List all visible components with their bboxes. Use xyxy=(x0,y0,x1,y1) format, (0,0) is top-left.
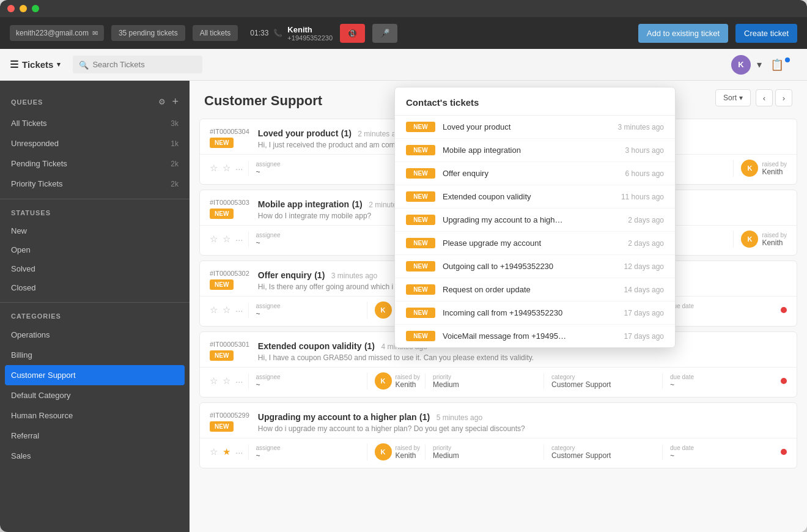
tickets-nav-button[interactable]: ☰ Tickets ▾ xyxy=(10,59,61,70)
ticket-actions-2: ☆ ☆ ··· xyxy=(210,305,243,316)
menu-icon: ☰ xyxy=(10,59,18,70)
sidebar-item-open[interactable]: Open xyxy=(0,240,190,259)
sidebar-item-customer-support[interactable]: Customer Support xyxy=(5,365,185,385)
avatar[interactable]: K xyxy=(731,55,751,75)
sidebar-item-new[interactable]: New xyxy=(0,221,190,240)
email-badge[interactable]: kenith223@gmail.com ✉ xyxy=(10,25,104,41)
maximize-button[interactable] xyxy=(32,5,39,12)
main-layout: QUEUES ⚙ + All Tickets 3k Unresponded 1k… xyxy=(0,81,807,532)
call-info: 01:33 📞 Kenith +19495352230 xyxy=(250,25,333,42)
more-icon-4[interactable]: ··· xyxy=(235,447,243,457)
dropdown-item-3[interactable]: NEW Extended coupon validity 11 hours ag… xyxy=(395,185,675,209)
dropdown-title-0: Loved your product xyxy=(443,122,602,131)
sidebar-item-priority-tickets[interactable]: Priority Tickets 2k xyxy=(0,174,190,194)
dropdown-item-7[interactable]: NEW Request on order update 14 days ago xyxy=(395,278,675,301)
more-icon-0[interactable]: ··· xyxy=(235,163,243,174)
sidebar-item-solved[interactable]: Solved xyxy=(0,259,190,278)
sidebar-item-sales[interactable]: Sales xyxy=(0,446,190,466)
sidebar-item-unresponded[interactable]: Unresponded 1k xyxy=(0,133,190,153)
search-input[interactable] xyxy=(73,56,202,73)
prev-page-button[interactable]: ‹ xyxy=(756,89,773,106)
nav-right: K ▾ 📋 xyxy=(731,55,797,75)
dropdown-badge-8: NEW xyxy=(406,308,435,318)
dropdown-time-8: 17 days ago xyxy=(609,309,664,317)
search-icon: 🔍 xyxy=(79,60,89,69)
contacts-dropdown: Contact's tickets NEW Loved your product… xyxy=(394,87,676,348)
star-fill-icon-0[interactable]: ☆ xyxy=(223,163,230,174)
meta-due-3: due date ~ xyxy=(662,374,776,389)
star-fill-icon-3[interactable]: ☆ xyxy=(223,375,230,386)
ticket-card-4[interactable]: #IT00005299 NEW Upgrading my account to … xyxy=(199,402,797,468)
dropdown-badge-1: NEW xyxy=(406,145,435,155)
create-ticket-button[interactable]: Create ticket xyxy=(735,24,797,43)
dropdown-item-0[interactable]: NEW Loved your product 3 minutes ago xyxy=(395,116,675,139)
sidebar-item-human-resource[interactable]: Human Resource xyxy=(0,405,190,426)
dropdown-time-2: 6 hours ago xyxy=(609,169,664,178)
avatar-4: K xyxy=(375,443,392,460)
star-fill-icon-2[interactable]: ☆ xyxy=(223,305,230,316)
minimize-button[interactable] xyxy=(20,5,27,12)
ticket-actions-4: ☆ ★ ··· xyxy=(210,446,243,457)
sidebar-item-operations[interactable]: Operations xyxy=(0,325,190,345)
search-wrapper: 🔍 xyxy=(73,56,317,73)
microphone-button[interactable]: 🎤 xyxy=(372,24,397,43)
star-icon-0[interactable]: ☆ xyxy=(210,163,218,174)
ticket-title-4: Upgrading my account to a higher plan xyxy=(258,412,417,422)
avatar-0: K xyxy=(741,160,758,177)
queues-settings-icon[interactable]: ⚙ xyxy=(158,97,166,106)
ticket-card-top-4: #IT00005299 NEW Upgrading my account to … xyxy=(200,403,797,438)
star-icon-4[interactable]: ☆ xyxy=(210,446,218,457)
ticket-main-4: Upgrading my account to a higher plan (1… xyxy=(258,412,787,433)
dropdown-item-9[interactable]: NEW VoiceMail message from +19495… 17 da… xyxy=(395,325,675,347)
ticket-id-4: #IT00005299 xyxy=(210,412,249,419)
ticket-status-3: NEW xyxy=(210,350,234,361)
more-icon-3[interactable]: ··· xyxy=(235,376,243,386)
add-queue-button[interactable]: + xyxy=(172,95,179,108)
more-icon-2[interactable]: ··· xyxy=(235,305,243,316)
sidebar-item-closed[interactable]: Closed xyxy=(0,278,190,297)
phone-icon: 📞 xyxy=(273,29,282,37)
close-button[interactable] xyxy=(7,5,15,12)
meta-due-4: due date ~ xyxy=(662,445,776,460)
dropdown-badge-2: NEW xyxy=(406,168,435,179)
star-filled-icon-4[interactable]: ★ xyxy=(223,446,230,457)
star-icon-3[interactable]: ☆ xyxy=(210,375,218,386)
statuses-section-header: STATUSES xyxy=(0,204,190,221)
meta-priority-4: priority Medium xyxy=(425,445,539,460)
sidebar-item-default-category[interactable]: Default Category xyxy=(0,385,190,405)
sidebar-item-referral[interactable]: Referral xyxy=(0,426,190,446)
top-bar: kenith223@gmail.com ✉ 35 pending tickets… xyxy=(0,17,807,49)
more-icon-1[interactable]: ··· xyxy=(235,234,243,245)
dropdown-item-4[interactable]: NEW Upgrading my account to a high… 2 da… xyxy=(395,209,675,232)
pending-tickets-badge[interactable]: 35 pending tickets xyxy=(111,25,185,41)
dropdown-item-5[interactable]: NEW Please upgrade my account 2 days ago xyxy=(395,232,675,255)
next-page-button[interactable]: › xyxy=(775,89,792,106)
email-text: kenith223@gmail.com xyxy=(16,29,89,37)
notes-button[interactable]: 📋 xyxy=(768,56,786,74)
avatar-3: K xyxy=(375,372,392,390)
dropdown-title-6: Outgoing call to +19495352230 xyxy=(443,262,602,271)
add-existing-ticket-button[interactable]: Add to existing ticket xyxy=(638,24,728,43)
nav-bar: ☰ Tickets ▾ 🔍 K ▾ 📋 xyxy=(0,49,807,81)
sidebar-item-pending-tickets[interactable]: Pending Tickets 2k xyxy=(0,153,190,174)
sidebar-item-billing[interactable]: Billing xyxy=(0,345,190,365)
dropdown-title-7: Request on order update xyxy=(443,285,602,294)
dropdown-item-1[interactable]: NEW Mobile app integration 3 hours ago xyxy=(395,139,675,162)
dropdown-item-2[interactable]: NEW Offer enquiry 6 hours ago xyxy=(395,162,675,185)
ticket-count-4: (1) xyxy=(419,412,430,422)
avatar-2: K xyxy=(375,301,392,319)
content-area: Customer Support Sort ▾ ‹ › #I xyxy=(190,81,807,532)
ticket-count-0: (1) xyxy=(341,128,352,138)
dropdown-item-6[interactable]: NEW Outgoing call to +19495352230 12 day… xyxy=(395,255,675,278)
sidebar-item-all-tickets[interactable]: All Tickets 3k xyxy=(0,113,190,133)
chevron-down-icon[interactable]: ▾ xyxy=(757,59,762,70)
dropdown-badge-7: NEW xyxy=(406,284,435,295)
star-fill-icon-1[interactable]: ☆ xyxy=(223,234,230,245)
all-tickets-badge[interactable]: All tickets xyxy=(193,25,238,41)
sort-button[interactable]: Sort ▾ xyxy=(715,89,751,106)
end-call-button[interactable]: 📵 xyxy=(340,24,365,43)
star-icon-1[interactable]: ☆ xyxy=(210,234,218,245)
sidebar: QUEUES ⚙ + All Tickets 3k Unresponded 1k… xyxy=(0,81,190,532)
star-icon-2[interactable]: ☆ xyxy=(210,305,218,316)
dropdown-item-8[interactable]: NEW Incoming call from +19495352230 17 d… xyxy=(395,301,675,325)
